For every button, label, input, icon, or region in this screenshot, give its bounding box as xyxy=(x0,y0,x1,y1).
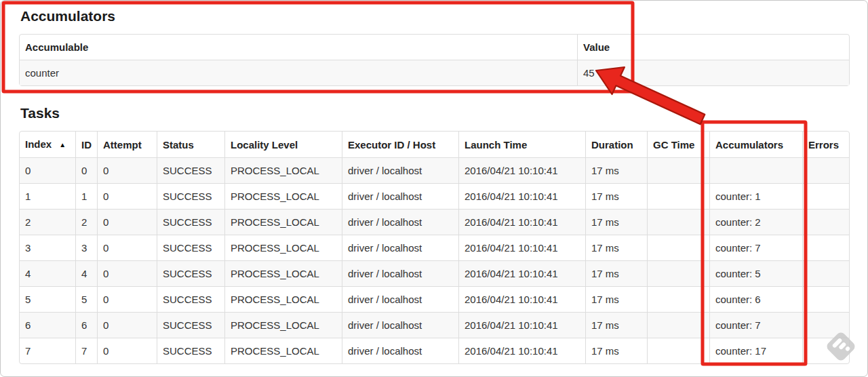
cell-duration: 17 ms xyxy=(585,312,647,338)
cell-errors xyxy=(802,286,849,312)
column-header-accumulable[interactable]: Accumulable xyxy=(20,35,577,60)
column-header-executor-id-host[interactable]: Executor ID / Host xyxy=(342,132,458,157)
task-row: 770SUCCESSPROCESS_LOCALdriver / localhos… xyxy=(20,338,849,363)
task-row: 440SUCCESSPROCESS_LOCALdriver / localhos… xyxy=(20,260,849,286)
cell-executor-id-host: driver / localhost xyxy=(342,183,458,209)
cell-index: 3 xyxy=(20,235,75,260)
cell-id: 1 xyxy=(75,183,97,209)
cell-duration: 17 ms xyxy=(585,286,647,312)
cell-gc-time xyxy=(647,209,709,235)
cell-gc-time xyxy=(647,338,709,363)
cell-index: 2 xyxy=(20,209,75,235)
column-header-id[interactable]: ID xyxy=(75,132,97,157)
cell-gc-time xyxy=(647,157,709,183)
column-header-status[interactable]: Status xyxy=(157,132,224,157)
column-header-errors[interactable]: Errors xyxy=(802,132,849,157)
cell-value: 45 xyxy=(577,60,849,85)
cell-accumulators: counter: 6 xyxy=(709,286,802,312)
cell-gc-time xyxy=(647,260,709,286)
cell-index: 4 xyxy=(20,260,75,286)
cell-locality-level: PROCESS_LOCAL xyxy=(224,338,342,363)
cell-index: 0 xyxy=(20,157,75,183)
cell-duration: 17 ms xyxy=(585,157,647,183)
cell-launch-time: 2016/04/21 10:10:41 xyxy=(458,235,585,260)
column-header-label: Errors xyxy=(808,139,839,151)
column-header-accumulators[interactable]: Accumulators xyxy=(709,132,802,157)
column-header-label: Index xyxy=(25,138,52,150)
column-header-label: Duration xyxy=(591,139,633,151)
cell-id: 6 xyxy=(75,312,97,338)
cell-launch-time: 2016/04/21 10:10:41 xyxy=(458,312,585,338)
cell-id: 3 xyxy=(75,235,97,260)
cell-gc-time xyxy=(647,312,709,338)
column-header-gc-time[interactable]: GC Time xyxy=(647,132,709,157)
cell-executor-id-host: driver / localhost xyxy=(342,209,458,235)
column-header-index[interactable]: Index▲ xyxy=(20,132,75,157)
column-header-attempt[interactable]: Attempt xyxy=(97,132,157,157)
column-header-label: Attempt xyxy=(103,139,142,151)
column-header-label: Locality Level xyxy=(231,139,298,151)
cell-index: 6 xyxy=(20,312,75,338)
cell-locality-level: PROCESS_LOCAL xyxy=(224,235,342,260)
cell-accumulators xyxy=(709,157,802,183)
accumulators-section-title: Accumulators xyxy=(20,8,850,24)
accumulators-header-row: Accumulable Value xyxy=(20,35,849,60)
accumulator-row: counter 45 xyxy=(20,60,849,85)
cell-executor-id-host: driver / localhost xyxy=(342,235,458,260)
cell-accumulators: counter: 17 xyxy=(709,338,802,363)
cell-index: 1 xyxy=(20,183,75,209)
cell-status: SUCCESS xyxy=(157,260,224,286)
cell-duration: 17 ms xyxy=(585,260,647,286)
cell-accumulable: counter xyxy=(20,60,577,85)
cell-attempt: 0 xyxy=(97,157,157,183)
cell-gc-time xyxy=(647,235,709,260)
cell-launch-time: 2016/04/21 10:10:41 xyxy=(458,183,585,209)
cell-duration: 17 ms xyxy=(585,338,647,363)
cell-gc-time xyxy=(647,286,709,312)
cell-errors xyxy=(802,183,849,209)
sort-ascending-icon: ▲ xyxy=(59,141,66,148)
column-header-value[interactable]: Value xyxy=(577,35,849,60)
column-header-label: Executor ID / Host xyxy=(348,139,435,151)
cell-locality-level: PROCESS_LOCAL xyxy=(224,157,342,183)
cell-accumulators: counter: 5 xyxy=(709,260,802,286)
accumulators-section: Accumulators Accumulable Value counter 4… xyxy=(19,8,850,86)
tasks-section-title: Tasks xyxy=(20,105,850,121)
cell-errors xyxy=(802,312,849,338)
cell-status: SUCCESS xyxy=(157,209,224,235)
cell-accumulators: counter: 7 xyxy=(709,235,802,260)
tasks-header-row: Index▲IDAttemptStatusLocality LevelExecu… xyxy=(20,132,849,157)
cell-attempt: 0 xyxy=(97,209,157,235)
cell-locality-level: PROCESS_LOCAL xyxy=(224,183,342,209)
cell-status: SUCCESS xyxy=(157,235,224,260)
cell-gc-time xyxy=(647,183,709,209)
column-header-label: Accumulators xyxy=(715,139,783,151)
column-header-locality-level[interactable]: Locality Level xyxy=(224,132,342,157)
task-row: 660SUCCESSPROCESS_LOCALdriver / localhos… xyxy=(20,312,849,338)
task-row: 110SUCCESSPROCESS_LOCALdriver / localhos… xyxy=(20,183,849,209)
column-header-label: Status xyxy=(163,139,194,151)
cell-id: 2 xyxy=(75,209,97,235)
cell-status: SUCCESS xyxy=(157,286,224,312)
cell-errors xyxy=(802,157,849,183)
cell-status: SUCCESS xyxy=(157,157,224,183)
cell-errors xyxy=(802,235,849,260)
column-header-label: Launch Time xyxy=(465,139,527,151)
cell-attempt: 0 xyxy=(97,235,157,260)
cell-launch-time: 2016/04/21 10:10:41 xyxy=(458,338,585,363)
cell-executor-id-host: driver / localhost xyxy=(342,338,458,363)
task-row: 220SUCCESSPROCESS_LOCALdriver / localhos… xyxy=(20,209,849,235)
tasks-section: Tasks Index▲IDAttemptStatusLocality Leve… xyxy=(19,105,850,364)
cell-id: 5 xyxy=(75,286,97,312)
column-header-duration[interactable]: Duration xyxy=(585,132,647,157)
cell-executor-id-host: driver / localhost xyxy=(342,312,458,338)
cell-id: 7 xyxy=(75,338,97,363)
cell-attempt: 0 xyxy=(97,260,157,286)
cell-launch-time: 2016/04/21 10:10:41 xyxy=(458,209,585,235)
task-row: 550SUCCESSPROCESS_LOCALdriver / localhos… xyxy=(20,286,849,312)
cell-executor-id-host: driver / localhost xyxy=(342,260,458,286)
cell-id: 0 xyxy=(75,157,97,183)
column-header-label: GC Time xyxy=(653,139,694,151)
column-header-launch-time[interactable]: Launch Time xyxy=(458,132,585,157)
accumulators-table: Accumulable Value counter 45 xyxy=(19,34,850,86)
